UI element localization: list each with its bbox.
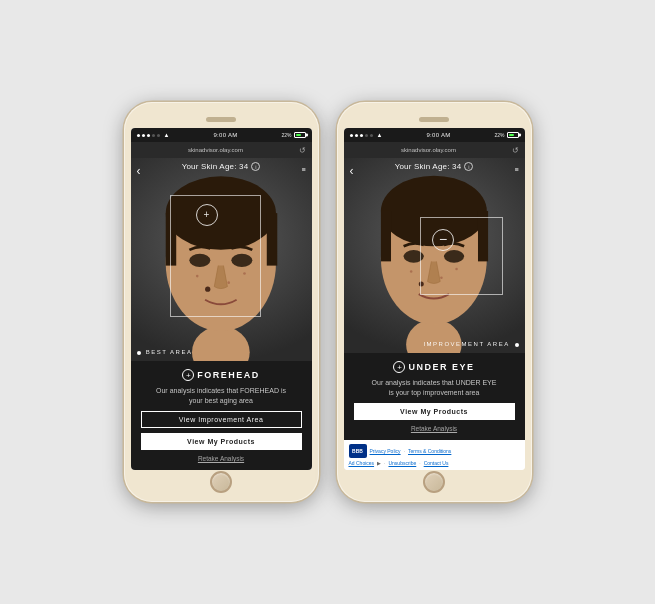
signal-area-left: ▲ bbox=[137, 132, 170, 138]
time-left: 9:00 AM bbox=[213, 132, 237, 138]
area-label-left: BEST AREA bbox=[137, 349, 193, 355]
analysis-line2-right: is your top improvement area bbox=[389, 389, 480, 396]
privacy-policy-link[interactable]: Privacy Policy bbox=[370, 448, 401, 454]
screen-right: ▲ 9:00 AM 22% skinadvisor.olay.com ↺ bbox=[344, 128, 525, 470]
browser-bar-left[interactable]: skinadvisor.olay.com ↺ bbox=[131, 142, 312, 158]
footer-row-2: Ad Choices ▶ · Unsubscribe · Contact Us bbox=[349, 460, 520, 466]
battery-pct-left: 22% bbox=[281, 132, 291, 138]
face-box-right bbox=[420, 217, 503, 295]
area-label-text-right: IMPROVEMENT AREA bbox=[423, 341, 509, 347]
phone-bottom-left bbox=[131, 472, 312, 492]
speaker-right bbox=[419, 117, 449, 122]
area-label-text-left: BEST AREA bbox=[146, 349, 193, 355]
sep-2: ▶ bbox=[377, 460, 381, 466]
face-area-right: ‹ Your Skin Age: 34 i ≡ − IMPROVEMENT AR… bbox=[344, 158, 525, 353]
wifi-icon-left: ▲ bbox=[164, 132, 170, 138]
bbb-badge: BBB bbox=[349, 444, 367, 458]
status-bar-right: ▲ 9:00 AM 22% bbox=[344, 128, 525, 142]
phone-right: ▲ 9:00 AM 22% skinadvisor.olay.com ↺ bbox=[337, 102, 532, 502]
retake-link-right[interactable]: Retake Analysis bbox=[411, 425, 457, 432]
signal-dot-5 bbox=[157, 134, 160, 137]
refresh-icon-left[interactable]: ↺ bbox=[299, 146, 306, 155]
info-icon-right[interactable]: i bbox=[464, 162, 473, 171]
screen-left: ▲ 9:00 AM 22% skinadvisor.olay.com ↺ bbox=[131, 128, 312, 470]
browser-bar-right[interactable]: skinadvisor.olay.com ↺ bbox=[344, 142, 525, 158]
menu-icon-right[interactable]: ≡ bbox=[514, 166, 518, 173]
area-label-right: IMPROVEMENT AREA bbox=[423, 341, 518, 347]
area-title-circle-left: + bbox=[182, 369, 194, 381]
target-plus-left: + bbox=[204, 210, 210, 220]
footer-privacy-right: BBB Privacy Policy · Terms & Conditions … bbox=[344, 440, 525, 470]
content-area-right: + UNDER EYE Our analysis indicates that … bbox=[344, 353, 525, 440]
url-left: skinadvisor.olay.com bbox=[137, 147, 295, 153]
view-improvement-btn-left[interactable]: View Improvement Area bbox=[141, 411, 302, 428]
battery-fill-right bbox=[509, 134, 515, 136]
contact-us-link[interactable]: Contact Us bbox=[424, 460, 449, 466]
signal-dot-r1 bbox=[350, 134, 353, 137]
status-bar-left: ▲ 9:00 AM 22% bbox=[131, 128, 312, 142]
retake-link-left[interactable]: Retake Analysis bbox=[198, 455, 244, 462]
area-title-row-right: + UNDER EYE bbox=[393, 361, 474, 373]
battery-area-left: 22% bbox=[281, 132, 305, 138]
phones-container: ▲ 9:00 AM 22% skinadvisor.olay.com ↺ bbox=[124, 102, 532, 502]
signal-dot-r5 bbox=[370, 134, 373, 137]
phone-top-right bbox=[344, 112, 525, 126]
speaker-left bbox=[206, 117, 236, 122]
target-circle-right: − bbox=[432, 229, 454, 251]
area-title-left: FOREHEAD bbox=[197, 370, 260, 380]
sep-4: · bbox=[419, 460, 420, 466]
skin-age-bar-right: Your Skin Age: 34 i ≡ bbox=[344, 162, 525, 171]
skin-age-bar-left: Your Skin Age: 34 i ≡ bbox=[131, 162, 312, 171]
footer-row-1: BBB Privacy Policy · Terms & Conditions bbox=[349, 444, 520, 458]
url-right: skinadvisor.olay.com bbox=[350, 147, 508, 153]
signal-dot-3 bbox=[147, 134, 150, 137]
skin-age-text-right: Your Skin Age: 34 bbox=[395, 162, 462, 171]
area-title-circle-right: + bbox=[393, 361, 405, 373]
battery-icon-left bbox=[294, 132, 306, 138]
ad-choices-link[interactable]: Ad Choices bbox=[349, 460, 375, 466]
phone-bottom-right bbox=[344, 472, 525, 492]
analysis-line1-left: Our analysis indicates that FOREHEAD is bbox=[156, 387, 286, 394]
signal-dot-r4 bbox=[365, 134, 368, 137]
refresh-icon-right[interactable]: ↺ bbox=[512, 146, 519, 155]
sep-3: · bbox=[384, 460, 385, 466]
terms-link[interactable]: Terms & Conditions bbox=[408, 448, 451, 454]
signal-area-right: ▲ bbox=[350, 132, 383, 138]
svg-rect-16 bbox=[380, 211, 390, 261]
svg-rect-5 bbox=[266, 213, 276, 265]
signal-dot-1 bbox=[137, 134, 140, 137]
battery-pct-right: 22% bbox=[494, 132, 504, 138]
signal-dot-r2 bbox=[355, 134, 358, 137]
battery-area-right: 22% bbox=[494, 132, 518, 138]
face-area-left: ‹ Your Skin Age: 34 i ≡ + BEST AREA bbox=[131, 158, 312, 361]
view-products-btn-right[interactable]: View My Products bbox=[354, 403, 515, 420]
analysis-text-right: Our analysis indicates that UNDER EYE is… bbox=[372, 378, 497, 398]
info-icon-left[interactable]: i bbox=[251, 162, 260, 171]
view-products-btn-left[interactable]: View My Products bbox=[141, 433, 302, 450]
target-circle-left: + bbox=[196, 204, 218, 226]
target-minus-right: − bbox=[439, 232, 447, 246]
signal-dot-2 bbox=[142, 134, 145, 137]
signal-dot-r3 bbox=[360, 134, 363, 137]
home-button-right[interactable] bbox=[423, 471, 445, 493]
menu-icon-left[interactable]: ≡ bbox=[301, 166, 305, 173]
analysis-text-left: Our analysis indicates that FOREHEAD is … bbox=[156, 386, 286, 406]
area-dot-right bbox=[515, 343, 519, 347]
analysis-line2-left: your best aging area bbox=[189, 397, 253, 404]
battery-icon-right bbox=[507, 132, 519, 138]
area-dot-left bbox=[137, 351, 141, 355]
time-right: 9:00 AM bbox=[426, 132, 450, 138]
wifi-icon-right: ▲ bbox=[377, 132, 383, 138]
phone-top-left bbox=[131, 112, 312, 126]
home-button-left[interactable] bbox=[210, 471, 232, 493]
unsubscribe-link[interactable]: Unsubscribe bbox=[388, 460, 416, 466]
battery-fill-left bbox=[296, 134, 302, 136]
content-area-left: + FOREHEAD Our analysis indicates that F… bbox=[131, 361, 312, 470]
analysis-line1-right: Our analysis indicates that UNDER EYE bbox=[372, 379, 497, 386]
svg-point-21 bbox=[409, 270, 412, 273]
area-title-right: UNDER EYE bbox=[408, 362, 474, 372]
signal-dot-4 bbox=[152, 134, 155, 137]
phone-left: ▲ 9:00 AM 22% skinadvisor.olay.com ↺ bbox=[124, 102, 319, 502]
area-title-row-left: + FOREHEAD bbox=[182, 369, 260, 381]
skin-age-text-left: Your Skin Age: 34 bbox=[182, 162, 249, 171]
